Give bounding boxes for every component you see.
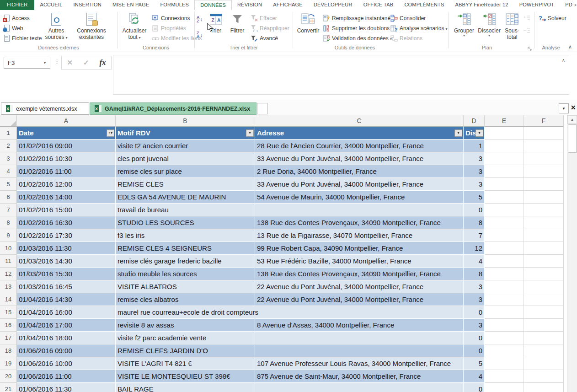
cell[interactable]: 01/02/2016 14:00 xyxy=(17,191,116,204)
cell[interactable] xyxy=(485,344,524,357)
cell[interactable] xyxy=(524,255,564,268)
table-header-cell[interactable]: Motif RDV▾ xyxy=(116,127,255,140)
scrollbar-thumb[interactable] xyxy=(568,124,577,153)
ribbon-tab-office-tab[interactable]: OFFICE TAB xyxy=(358,0,399,10)
cell[interactable] xyxy=(524,306,564,319)
cell[interactable]: 3 xyxy=(464,152,485,165)
cell[interactable] xyxy=(524,370,564,383)
cell[interactable] xyxy=(485,268,524,280)
cell[interactable]: 33 Avenue du Pont Juvénal, 34000 Montpel… xyxy=(255,152,464,165)
cell[interactable] xyxy=(524,204,564,216)
cell[interactable]: 01/03/2016 16:45 xyxy=(17,280,116,293)
cell[interactable]: 875 Avenue de Saint-Maur, 34000 Montpell… xyxy=(255,370,464,383)
cell[interactable]: visite t2 ancien courrier xyxy=(116,140,255,152)
scroll-up-icon[interactable]: ▲ xyxy=(567,115,577,124)
filter-dropdown-icon[interactable]: ▾ xyxy=(454,129,462,137)
cell[interactable]: 01/04/2016 17:00 xyxy=(17,319,116,332)
cell[interactable]: remise cles sur place xyxy=(116,165,255,178)
sort-za-button[interactable]: ZA↓ xyxy=(197,30,203,39)
row-number[interactable]: 17 xyxy=(0,332,17,344)
advanced-filter-button[interactable]: Avancé xyxy=(251,34,278,43)
cell[interactable]: f3 les iris xyxy=(116,229,255,242)
name-box-dropdown-icon[interactable]: ▼ xyxy=(40,61,50,65)
cell[interactable]: 0 xyxy=(464,383,485,392)
cell[interactable] xyxy=(485,229,524,242)
consolidate-button[interactable]: Consolider xyxy=(390,14,426,23)
column-header-C[interactable]: C xyxy=(255,115,464,127)
row-number[interactable]: 16 xyxy=(0,319,17,332)
cell[interactable]: 01/02/2016 09:00 xyxy=(17,140,116,152)
cell[interactable]: cles pont juvenal xyxy=(116,152,255,165)
row-number[interactable]: 10 xyxy=(0,242,17,255)
cell[interactable]: 3 xyxy=(464,319,485,332)
cell[interactable]: 01/02/2016 16:30 xyxy=(17,216,116,229)
row-number[interactable]: 1 xyxy=(0,127,17,140)
cell[interactable]: EDLS GA 54 AVENUE DE MAURIN xyxy=(116,191,255,204)
ribbon-tab-insertion[interactable]: INSERTION xyxy=(68,0,107,10)
workbook-tab-2[interactable]: XGAmqI1ikRAC_Déplacements-2016-FERNANDEZ… xyxy=(90,102,256,115)
filter-dropdown-icon[interactable]: ▾ xyxy=(475,129,483,137)
cell[interactable] xyxy=(485,255,524,268)
cell[interactable] xyxy=(524,140,564,152)
what-if-analysis-button[interactable]: ? Analyse scénarios xyxy=(390,24,447,33)
ribbon-tab-complements[interactable]: COMPLÉMENTS xyxy=(399,0,449,10)
cell[interactable] xyxy=(524,127,564,140)
row-number[interactable]: 20 xyxy=(0,370,17,383)
formula-bar-splitter[interactable]: ⋮ xyxy=(54,58,60,65)
cell[interactable] xyxy=(485,165,524,178)
existing-connections-button[interactable]: Connexions existantes xyxy=(69,12,113,40)
name-box[interactable]: F3 ▼ xyxy=(4,57,50,69)
cell[interactable]: 01/02/2016 12:00 xyxy=(17,178,116,191)
remove-duplicates-button[interactable]: Supprimer les doublons xyxy=(323,24,390,33)
cell[interactable] xyxy=(255,332,464,344)
cell[interactable] xyxy=(485,383,524,392)
data-validation-button[interactable]: Validation des données xyxy=(323,34,392,43)
tab-overflow-icon[interactable]: ▸ xyxy=(575,3,577,7)
cell[interactable] xyxy=(524,242,564,255)
cell[interactable]: REMISE CLES 4 SEIGNEURS xyxy=(116,242,255,255)
cell[interactable] xyxy=(485,280,524,293)
cell[interactable] xyxy=(485,152,524,165)
cell[interactable]: STUDIO LES SOURCES xyxy=(116,216,255,229)
cell[interactable]: 12 xyxy=(464,242,485,255)
cell[interactable] xyxy=(485,178,524,191)
cell[interactable]: 22 Avenue du Pont Juvénal, 34000 Montpel… xyxy=(255,293,464,306)
cell[interactable] xyxy=(524,229,564,242)
cell[interactable] xyxy=(485,191,524,204)
cell[interactable]: 54 Avenue de Maurin, 34000 Montpellier, … xyxy=(255,191,464,204)
cell[interactable]: 3 xyxy=(464,178,485,191)
cell[interactable] xyxy=(524,280,564,293)
cell[interactable]: 107 Avenue Professeur Louis Ravas, 34000… xyxy=(255,357,464,370)
cell[interactable]: remise cles albatros xyxy=(116,293,255,306)
cell[interactable] xyxy=(255,204,464,216)
row-number[interactable]: 18 xyxy=(0,344,17,357)
cell[interactable] xyxy=(485,319,524,332)
close-workbook-icon[interactable]: ✕ xyxy=(571,104,576,111)
cell[interactable]: 3 xyxy=(464,293,485,306)
row-number[interactable]: 8 xyxy=(0,216,17,229)
clear-filter-button[interactable]: Effacer xyxy=(251,14,277,23)
cell[interactable]: 01/03/2016 15:30 xyxy=(17,268,116,280)
row-number[interactable]: 11 xyxy=(0,255,17,268)
cell[interactable]: 99 Rue Robert Capa, 34090 Montpellier, F… xyxy=(255,242,464,255)
cell[interactable] xyxy=(524,178,564,191)
text-file-button[interactable]: Fichier texte xyxy=(3,34,42,43)
filter-button[interactable]: Filtrer xyxy=(227,12,248,34)
cell[interactable] xyxy=(524,319,564,332)
cell[interactable]: 22 Avenue du Pont Juvénal, 34000 Montpel… xyxy=(255,280,464,293)
cell[interactable] xyxy=(524,332,564,344)
row-number[interactable]: 5 xyxy=(0,178,17,191)
cell[interactable]: 01/04/2016 16:00 xyxy=(17,306,116,319)
cell[interactable] xyxy=(524,165,564,178)
ribbon-tab-powerpivot[interactable]: POWERPIVOT xyxy=(514,0,560,10)
cell[interactable]: 0 xyxy=(464,306,485,319)
cell[interactable] xyxy=(524,216,564,229)
filter-dropdown-icon[interactable]: ▾ xyxy=(246,129,254,137)
cell[interactable]: 01/06/2016 11:00 xyxy=(17,370,116,383)
text-to-columns-button[interactable]: Convertir xyxy=(295,12,321,34)
cell[interactable]: 33 Avenue du Pont Juvénal, 34000 Montpel… xyxy=(255,178,464,191)
subtotal-button[interactable]: Sous- total xyxy=(502,12,522,40)
row-number[interactable]: 19 xyxy=(0,357,17,370)
cell[interactable]: 8 xyxy=(464,268,485,280)
cell[interactable]: 1 xyxy=(464,140,485,152)
